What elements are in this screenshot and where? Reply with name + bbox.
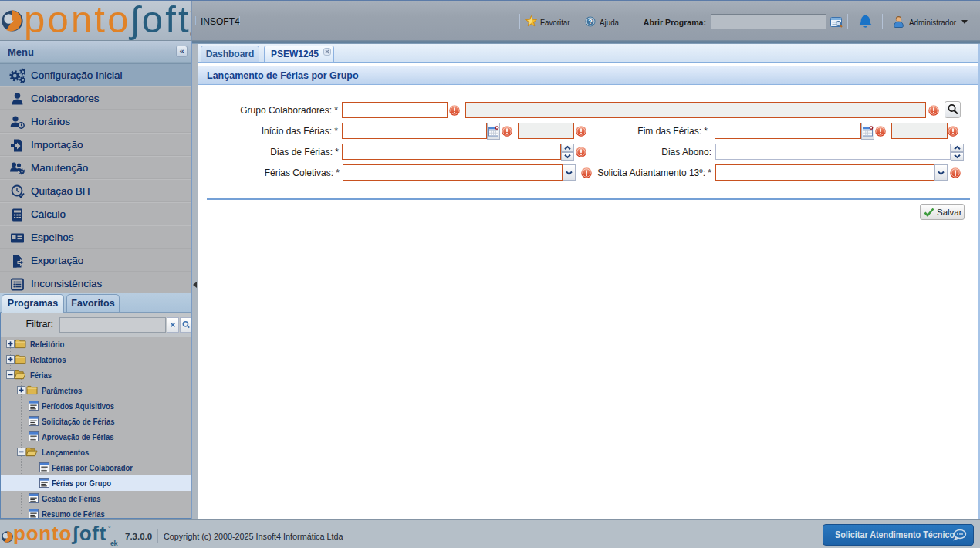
svg-text:?: ? (588, 18, 593, 25)
